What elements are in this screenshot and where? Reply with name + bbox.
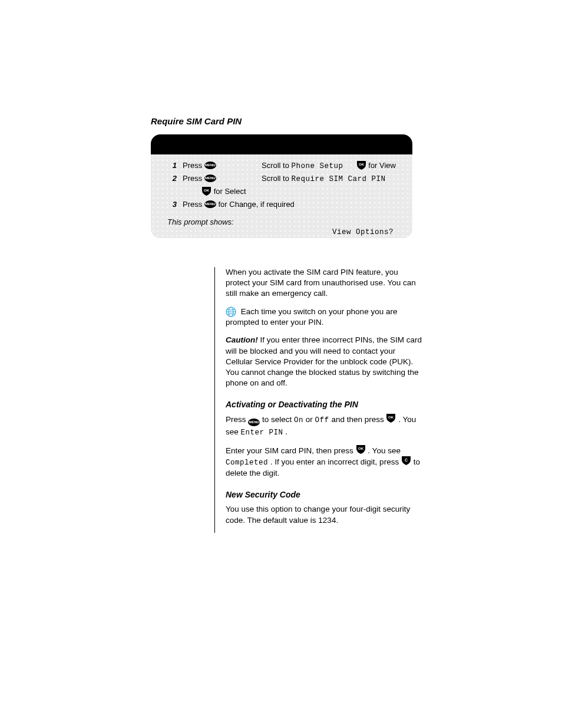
section-title: Require SIM Card PIN [151,116,410,127]
subheading-newcode: New Security Code [226,489,423,500]
step-action: Press MENU for Change, if required [183,199,295,210]
ok-icon: OK [201,186,211,196]
shortcut-box: 1 Press MENU Scroll to Phone Setup OK fo… [151,134,412,238]
svg-text:OK: OK [204,189,210,192]
intro-paragraph: When you activate the SIM card PIN featu… [226,267,423,299]
prompt-label: This prompt shows: [167,217,396,228]
ok-icon: OK [386,413,396,423]
subheading-activate: Activating or Deactivating the PIN [226,399,423,410]
menu-icon: MENU [204,162,216,169]
step-action-ok: OK for Select [201,186,246,197]
step-action: Press MENU [183,160,216,171]
caution-paragraph: Caution! If you enter three incorrect PI… [226,335,423,388]
step-number: 1 [167,160,177,171]
newcode-paragraph: You use this option to change your four-… [226,504,423,525]
shortcut-box-titlebar [151,134,412,154]
step-number: 3 [167,199,177,210]
prompt-text: View Options? [167,228,396,238]
step-result: Scroll to Require SIM Card PIN [262,173,386,185]
activate-step-1: Press MENU to select On or Off and then … [226,414,423,438]
svg-text:OK: OK [388,416,394,419]
ok-icon: OK [356,160,366,170]
svg-text:OK: OK [358,447,364,450]
body-column: When you activate the SIM card PIN featu… [214,267,423,533]
clear-icon: C [401,456,411,466]
step-tail: OK for View [356,160,396,171]
ok-icon: OK [356,444,366,454]
menu-icon: MENU [248,419,260,426]
menu-icon: MENU [204,200,216,208]
step-result: Scroll to Phone Setup [262,160,343,172]
step-number: 2 [167,173,177,184]
svg-text:C: C [405,458,408,462]
activate-step-2: Enter your SIM card PIN, then press OK .… [226,445,423,479]
step-action: Press MENU [183,173,216,184]
svg-text:OK: OK [359,163,365,166]
globe-note: Each time you switch on your phone you a… [226,307,423,328]
globe-icon [226,307,236,317]
menu-icon: MENU [204,174,216,182]
